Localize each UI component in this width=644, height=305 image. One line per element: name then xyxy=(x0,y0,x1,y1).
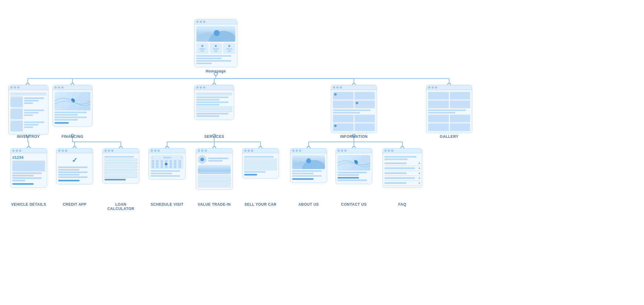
loan-calc-titlebar xyxy=(103,148,139,153)
gallery-label: GALLERY xyxy=(426,134,472,139)
gallery-card xyxy=(426,85,472,133)
inventory-card xyxy=(8,85,48,135)
homepage-label: Homepage xyxy=(194,69,237,73)
financing-card xyxy=(52,85,92,127)
credit-app-titlebar xyxy=(56,148,93,153)
sell-your-car-card xyxy=(242,148,279,179)
homepage-card xyxy=(194,19,237,67)
svg-point-51 xyxy=(306,159,311,163)
financing-titlebar xyxy=(53,85,92,90)
schedule-visit-card: ‹ › xyxy=(149,148,186,180)
inventory-label: INVENTROY xyxy=(8,134,48,139)
sell-your-car-label: SELL YOUR CAR xyxy=(242,202,279,207)
svg-point-48 xyxy=(214,30,219,36)
schedule-visit-titlebar xyxy=(149,148,185,153)
value-tradein-card xyxy=(196,148,233,190)
about-us-label: ABOUT US xyxy=(290,202,327,207)
vehicle-details-label: VEHICLE DETAILS xyxy=(10,202,47,207)
credit-app-label: CREDIT APP xyxy=(56,202,93,207)
sell-your-car-titlebar xyxy=(242,148,279,153)
svg-point-47 xyxy=(208,31,235,42)
faq-label: FAQ xyxy=(382,202,422,207)
value-tradein-label: VALUE TRADE-IN xyxy=(196,202,233,207)
credit-app-card: ✓ xyxy=(56,148,93,184)
gallery-titlebar xyxy=(426,85,472,90)
contact-us-label: CONTACT US xyxy=(335,202,372,207)
contact-us-card xyxy=(335,148,372,184)
services-titlebar xyxy=(195,85,234,90)
services-card xyxy=(194,85,234,120)
financing-label: FINANCING xyxy=(52,134,92,139)
svg-point-50 xyxy=(302,160,325,169)
about-us-titlebar xyxy=(290,148,327,153)
about-us-card xyxy=(290,148,327,183)
value-tradein-titlebar xyxy=(196,148,232,153)
inventory-titlebar xyxy=(9,85,48,90)
information-card xyxy=(331,85,377,133)
faq-titlebar xyxy=(383,148,422,153)
loan-calculator-label: LOAN CALCULATOR xyxy=(102,202,139,211)
schedule-visit-label: SCHEDULE VISIT xyxy=(149,202,186,207)
vehicle-details-titlebar xyxy=(10,148,47,153)
services-label: SERVICES xyxy=(194,134,234,139)
information-label: INFORMATION xyxy=(331,134,377,139)
loan-calculator-card xyxy=(102,148,139,183)
information-titlebar xyxy=(331,85,377,90)
vehicle-details-card: #1234 xyxy=(10,148,47,188)
homepage-titlebar xyxy=(195,19,237,24)
contact-us-titlebar xyxy=(336,148,372,153)
faq-card: + + + + + xyxy=(382,148,422,188)
